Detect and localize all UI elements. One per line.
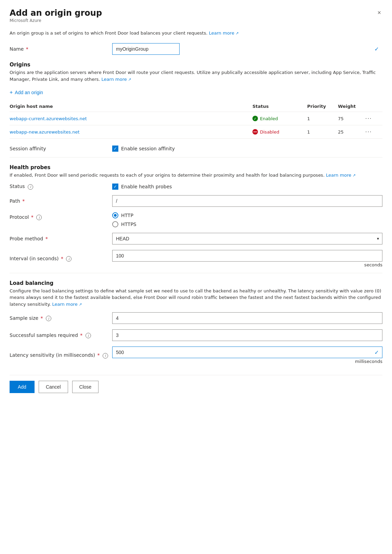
status-disabled-icon-2: — xyxy=(252,129,258,135)
successful-samples-info-icon[interactable]: i xyxy=(86,333,91,338)
name-input[interactable] xyxy=(112,43,180,55)
origin-host-link-1[interactable]: webapp-current.azurewebsites.net xyxy=(10,116,87,121)
name-input-wrapper: ✓ xyxy=(112,43,382,55)
panel-title-block: Add an origin group Microsoft Azure xyxy=(10,8,102,28)
table-row: webapp-current.azurewebsites.net ✓ Enabl… xyxy=(10,112,382,125)
sample-size-info-icon[interactable]: i xyxy=(46,316,51,321)
protocol-info-icon[interactable]: i xyxy=(36,215,42,220)
add-button[interactable]: Add xyxy=(10,381,35,393)
protocol-form-row: Protocol * i HTTP HTTPS xyxy=(10,212,382,227)
load-balancing-title: Load balancing xyxy=(10,280,382,286)
origin-host-1: webapp-current.azurewebsites.net xyxy=(10,112,252,125)
col-priority: Priority xyxy=(307,101,338,112)
latency-input-wrapper: ✓ milliseconds xyxy=(112,347,382,364)
load-balancing-desc: Configure the load balancing settings to… xyxy=(10,288,382,308)
col-status: Status xyxy=(252,101,307,112)
probe-method-form-row: Probe method * HEAD GET ▾ xyxy=(10,233,382,244)
session-affinity-row: Session affinity ✓ Enable session affini… xyxy=(10,146,382,152)
protocol-label: Protocol * i xyxy=(10,212,112,221)
latency-valid-check-icon: ✓ xyxy=(375,349,379,356)
latency-input[interactable] xyxy=(112,347,382,358)
path-form-row: Path * xyxy=(10,195,382,207)
probe-method-select-wrapper: HEAD GET ▾ xyxy=(112,233,382,244)
successful-samples-form-row: Successful samples required * i xyxy=(10,329,382,341)
origins-table: Origin host name Status Priority Weight … xyxy=(10,101,382,139)
origins-table-head: Origin host name Status Priority Weight xyxy=(10,101,382,112)
session-affinity-checkbox-label: Enable session affinity xyxy=(121,146,175,151)
health-probes-learn-more-link[interactable]: Learn more xyxy=(326,173,356,178)
panel-header: Add an origin group Microsoft Azure × xyxy=(10,8,382,28)
add-origin-button[interactable]: + Add an origin xyxy=(10,87,43,98)
latency-valid-wrapper: ✓ xyxy=(112,347,382,358)
origins-section-desc: Origins are the application servers wher… xyxy=(10,69,382,83)
successful-samples-input[interactable] xyxy=(112,329,382,341)
health-probes-title: Health probes xyxy=(10,164,382,171)
name-required-star: * xyxy=(24,46,28,52)
origin-more-button-2[interactable]: ··· xyxy=(365,129,372,135)
close-icon-button[interactable]: × xyxy=(376,8,382,17)
origin-host-link-2[interactable]: webapp-new.azurewebsites.net xyxy=(10,129,80,135)
origin-status-1: ✓ Enabled xyxy=(252,112,307,125)
health-probes-desc: If enabled, Front Door will send periodi… xyxy=(10,172,382,179)
health-probes-check-mark: ✓ xyxy=(114,184,117,189)
table-row: webapp-new.azurewebsites.net — Disabled … xyxy=(10,125,382,139)
health-probes-checkbox[interactable]: ✓ xyxy=(112,184,118,190)
sample-size-form-row: Sample size * i xyxy=(10,312,382,324)
health-probes-status-info-icon[interactable]: i xyxy=(28,184,33,190)
origin-actions-1: ··· xyxy=(365,112,382,125)
panel-title: Add an origin group xyxy=(10,8,102,18)
probe-method-select[interactable]: HEAD GET xyxy=(112,233,382,244)
name-valid-check-icon: ✓ xyxy=(375,46,379,52)
successful-samples-label: Successful samples required * i xyxy=(10,332,112,339)
probe-method-label: Probe method * xyxy=(10,236,112,241)
session-affinity-checkbox[interactable]: ✓ xyxy=(112,146,118,152)
name-label: Name * xyxy=(10,46,112,52)
protocol-https-radio[interactable] xyxy=(112,221,118,227)
origin-host-2: webapp-new.azurewebsites.net xyxy=(10,125,252,139)
sample-size-label: Sample size * i xyxy=(10,315,112,322)
protocol-https-label: HTTPS xyxy=(121,222,136,227)
origins-table-body: webapp-current.azurewebsites.net ✓ Enabl… xyxy=(10,112,382,139)
protocol-http-label: HTTP xyxy=(121,213,133,218)
interval-input[interactable] xyxy=(112,250,382,262)
col-weight: Weight xyxy=(338,101,365,112)
origins-table-header-row: Origin host name Status Priority Weight xyxy=(10,101,382,112)
status-disabled-badge-2: — Disabled xyxy=(252,129,304,135)
panel-description: An origin group is a set of origins to w… xyxy=(10,30,382,37)
path-input[interactable] xyxy=(112,195,382,207)
col-actions xyxy=(365,101,382,112)
health-probes-checkbox-label: Enable health probes xyxy=(121,184,172,189)
panel-footer: Add Cancel Close xyxy=(10,375,382,393)
interval-form-row: Interval (in seconds) * i seconds xyxy=(10,250,382,267)
status-enabled-badge-1: ✓ Enabled xyxy=(252,116,304,121)
close-button[interactable]: Close xyxy=(72,381,99,393)
cancel-button[interactable]: Cancel xyxy=(39,381,68,393)
origin-priority-1: 1 xyxy=(307,112,338,125)
load-balancing-learn-more-link[interactable]: Learn more xyxy=(52,302,82,307)
interval-info-icon[interactable]: i xyxy=(66,256,71,262)
description-learn-more-link[interactable]: Learn more xyxy=(209,30,239,36)
protocol-https-row: HTTPS xyxy=(112,221,382,227)
col-host-name: Origin host name xyxy=(10,101,252,112)
origin-actions-2: ··· xyxy=(365,125,382,139)
origin-more-button-1[interactable]: ··· xyxy=(365,115,372,122)
sample-size-input[interactable] xyxy=(112,312,382,324)
health-probes-checkbox-row: ✓ Enable health probes xyxy=(112,184,172,190)
name-form-row: Name * ✓ xyxy=(10,43,382,55)
protocol-http-radio[interactable] xyxy=(112,212,118,218)
milliseconds-label: milliseconds xyxy=(112,359,382,364)
add-origin-group-panel: Add an origin group Microsoft Azure × An… xyxy=(0,0,392,554)
divider-2 xyxy=(10,273,382,273)
panel-subtitle: Microsoft Azure xyxy=(10,18,102,23)
origin-priority-2: 1 xyxy=(307,125,338,139)
origins-learn-more-link[interactable]: Learn more xyxy=(102,77,131,82)
session-affinity-check-mark: ✓ xyxy=(114,146,117,151)
latency-label: Latency sensitivity (in milliseconds) * … xyxy=(10,352,112,358)
latency-info-icon[interactable]: i xyxy=(103,353,108,358)
status-enabled-icon-1: ✓ xyxy=(252,116,258,121)
health-probes-status-label: Status i xyxy=(10,184,112,190)
session-affinity-checkbox-row: ✓ Enable session affinity xyxy=(112,146,175,152)
origin-weight-2: 25 xyxy=(338,125,365,139)
protocol-http-row: HTTP xyxy=(112,212,382,218)
path-label: Path * xyxy=(10,198,112,204)
